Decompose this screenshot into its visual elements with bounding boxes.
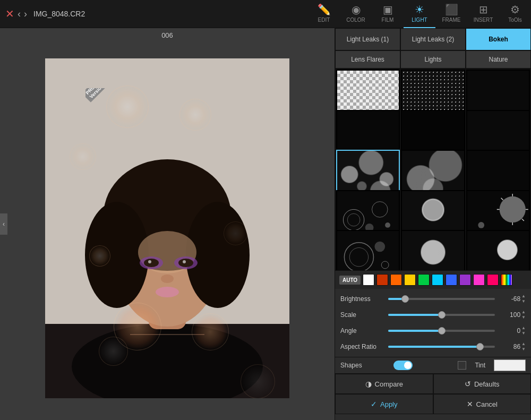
compare-icon: ◑ (365, 380, 372, 388)
tint-color-picker[interactable] (494, 359, 526, 371)
brightness-label: Brightness (340, 295, 388, 303)
aspect-ratio-thumb[interactable] (476, 343, 484, 350)
svg-point-18 (343, 209, 364, 230)
auto-color-button[interactable]: AUTO (339, 276, 361, 285)
color-swatch-green[interactable] (418, 274, 430, 286)
angle-fill (388, 330, 442, 332)
prev-button[interactable]: ‹ (18, 9, 21, 19)
sub-tab-nature[interactable]: Nature (466, 50, 531, 68)
right-panel: Light Leaks (1) Light Leaks (2) Bokeh Le… (335, 28, 531, 420)
film-icon: ▣ (383, 4, 393, 15)
scale-arrows[interactable]: ▲ ▼ (521, 310, 526, 320)
effect-012-preview (337, 231, 399, 270)
sliders-section: Brightness -68 ▲ ▼ Scale 100 (335, 289, 531, 357)
tab-film[interactable]: ▣ FILM (372, 0, 404, 28)
next-button[interactable]: › (24, 9, 27, 19)
color-swatch-white[interactable] (363, 274, 374, 286)
svg-point-32 (349, 248, 368, 267)
apply-icon: ✓ (371, 400, 377, 408)
close-button[interactable]: ✕ (5, 8, 14, 19)
tab-edit[interactable]: ✏️ EDIT (308, 0, 340, 28)
color-swatch-rainbow[interactable] (501, 274, 512, 286)
effect-012[interactable] (336, 230, 400, 270)
tab-frame-label: FRAME (442, 17, 461, 23)
tab-frame[interactable]: ⬛ FRAME (435, 0, 467, 28)
tab-color[interactable]: ◉ COLOR (340, 0, 372, 28)
aspect-ratio-up[interactable]: ▲ (521, 341, 526, 347)
color-swatch-magenta[interactable] (487, 274, 499, 286)
frame-icon: ⬛ (445, 4, 458, 15)
scale-down[interactable]: ▼ (521, 315, 526, 320)
tint-label: Tint (475, 362, 485, 369)
aspect-ratio-value: 86 (499, 343, 520, 350)
brightness-down[interactable]: ▼ (521, 299, 526, 304)
filename: IMG_8048.CR2 (33, 10, 85, 18)
aspect-ratio-track[interactable] (388, 346, 495, 348)
tab-light-label: LIGHT (412, 17, 427, 23)
bottom-row-1: ◑ Compare ↺ Defaults (335, 374, 531, 394)
angle-down[interactable]: ▼ (521, 331, 526, 336)
color-swatch-yellow[interactable] (404, 274, 416, 286)
tab-tools[interactable]: ⚙ ToOls (499, 0, 531, 28)
svg-point-13 (148, 260, 151, 263)
scale-value: 100 (499, 311, 520, 319)
collapse-panel-button[interactable]: ‹ (0, 213, 7, 235)
aspect-ratio-arrows[interactable]: ▲ ▼ (521, 341, 526, 352)
scale-thumb[interactable] (438, 311, 446, 319)
scale-up[interactable]: ▲ (521, 310, 526, 315)
brightness-up[interactable]: ▲ (521, 294, 526, 299)
toolbar-icons: ✏️ EDIT ◉ COLOR ▣ FILM ☀ LIGHT ⬛ FRAME ⊞… (308, 0, 531, 28)
defaults-button[interactable]: ↺ Defaults (433, 374, 532, 394)
color-swatch-cyan[interactable] (432, 274, 443, 286)
tab-edit-label: EDIT (318, 17, 330, 23)
color-swatch-blue[interactable] (446, 274, 457, 286)
tab-light-leaks-1[interactable]: Light Leaks (1) (335, 28, 400, 50)
edit-icon: ✏️ (318, 4, 331, 15)
nav-area: ✕ ‹ › IMG_8048.CR2 (0, 8, 308, 19)
brightness-track[interactable] (388, 298, 495, 300)
shapes-tint-row: Shapes Tint (335, 357, 531, 373)
angle-value: 0 (499, 327, 520, 335)
sub-tab-lights[interactable]: Lights (400, 50, 466, 68)
defaults-label: Defaults (474, 380, 500, 388)
sub-tab-lens-flares[interactable]: Lens Flares (335, 50, 400, 68)
angle-up[interactable]: ▲ (521, 325, 526, 331)
angle-row: Angle 0 ▲ ▼ (340, 324, 526, 338)
svg-point-22 (385, 222, 390, 228)
apply-button[interactable]: ✓ Apply (335, 394, 433, 414)
aspect-ratio-label: Aspect Ratio (340, 343, 388, 350)
color-swatch-purple[interactable] (459, 274, 471, 286)
svg-point-34 (381, 261, 389, 269)
main-content: 006 (0, 28, 531, 420)
shapes-toggle[interactable] (393, 361, 413, 370)
aspect-ratio-down[interactable]: ▼ (521, 347, 526, 352)
color-row: AUTO (335, 270, 531, 289)
cancel-button[interactable]: ✕ Cancel (433, 394, 532, 414)
tab-bokeh[interactable]: Bokeh (466, 28, 531, 50)
color-swatch-red[interactable] (376, 274, 388, 286)
brightness-row: Brightness -68 ▲ ▼ (340, 292, 526, 306)
compare-button[interactable]: ◑ Compare (335, 374, 433, 394)
color-swatch-pink[interactable] (473, 274, 485, 286)
bottom-row-2: ✓ Apply ✕ Cancel (335, 394, 531, 414)
svg-line-28 (501, 198, 503, 200)
effect-013[interactable] (401, 230, 465, 270)
tab-insert[interactable]: ⊞ INSERT (467, 0, 499, 28)
angle-track[interactable] (388, 330, 495, 332)
sub-tabs: Lens Flares Lights Nature (335, 50, 531, 68)
tab-color-label: COLOR (346, 17, 365, 23)
light-icon: ☀ (415, 4, 424, 15)
brightness-arrows[interactable]: ▲ ▼ (521, 294, 526, 304)
color-swatch-orange[interactable] (390, 274, 402, 286)
tab-light-leaks-2[interactable]: Light Leaks (2) (400, 28, 466, 50)
tab-light[interactable]: ☀ LIGHT (404, 0, 435, 28)
scale-fill (388, 314, 442, 316)
angle-arrows[interactable]: ▲ ▼ (521, 325, 526, 336)
top-toolbar: ✕ ‹ › IMG_8048.CR2 ✏️ EDIT ◉ COLOR ▣ FIL… (0, 0, 531, 28)
angle-thumb[interactable] (438, 327, 446, 335)
effect-014[interactable] (466, 230, 530, 270)
tint-checkbox[interactable] (458, 361, 466, 370)
brightness-thumb[interactable] (401, 295, 409, 303)
scale-track[interactable] (388, 314, 495, 316)
svg-point-16 (156, 287, 179, 297)
